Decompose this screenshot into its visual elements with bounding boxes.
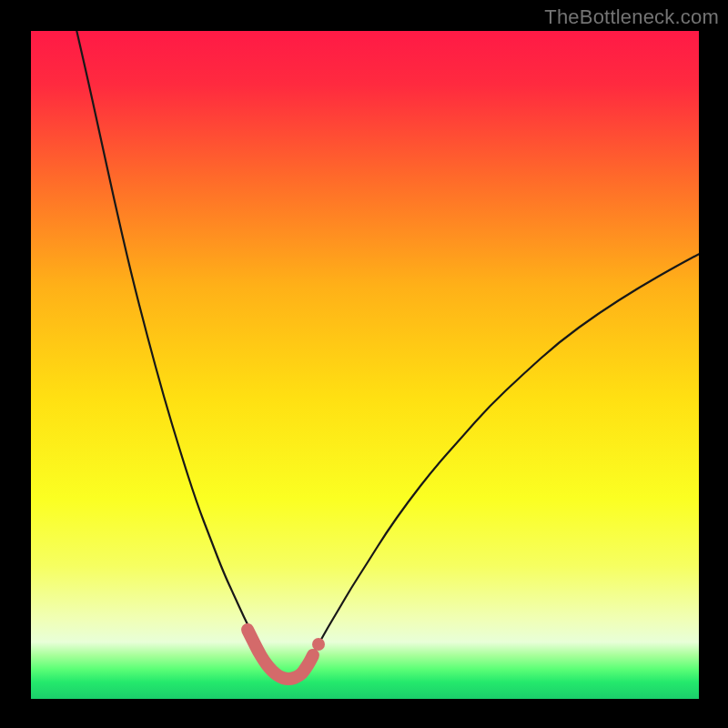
watermark-text: TheBottleneck.com	[544, 5, 719, 29]
plot-area	[31, 31, 699, 699]
chart-frame: TheBottleneck.com	[0, 0, 728, 728]
valley-dot	[312, 638, 325, 651]
chart-svg	[31, 31, 699, 699]
gradient-background	[31, 31, 699, 699]
